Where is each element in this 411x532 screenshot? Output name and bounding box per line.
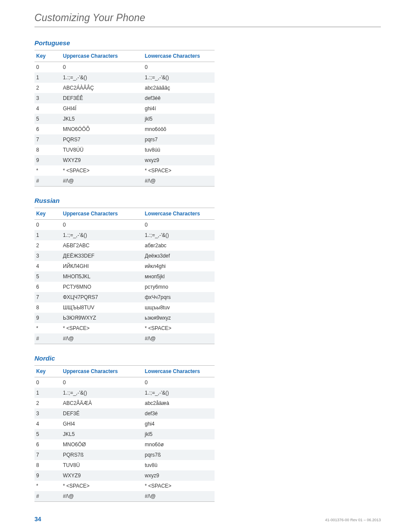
cell-key: 5: [34, 429, 61, 439]
cell-uppercase: #/\@: [61, 176, 143, 187]
cell-lowercase: * <SPACE>: [143, 165, 215, 176]
cell-lowercase: abc2áàãâç: [143, 83, 215, 93]
cell-lowercase: ийкл4ghi: [143, 261, 215, 271]
table-row: 9WXYZ9wxyz9: [34, 155, 215, 165]
page-title: Customizing Your Phone: [34, 12, 381, 27]
cell-uppercase: МНОП5JKL: [61, 271, 143, 282]
cell-lowercase: 1.:;=_,-'&(): [143, 230, 215, 240]
cell-lowercase: ghi4í: [143, 103, 215, 114]
cell-lowercase: #/\@: [143, 333, 215, 344]
cell-key: 9: [34, 313, 61, 323]
cell-uppercase: АБВГ2ABC: [61, 240, 143, 251]
table-row: 3ДЕЁЖЗ3DEFДеёжз3def: [34, 251, 215, 261]
cell-uppercase: 0: [61, 220, 143, 230]
table-row: 8TUV8Ütuv8ü: [34, 460, 215, 470]
cell-lowercase: pqrs7ß: [143, 450, 215, 460]
cell-uppercase: MNO6ÓÔÕ: [61, 124, 143, 134]
cell-lowercase: wxyz9: [143, 470, 215, 481]
section-heading: Russian: [34, 197, 381, 204]
table-row: ##/\@#/\@: [34, 333, 215, 344]
cell-lowercase: абвг2abc: [143, 240, 215, 251]
cell-key: 7: [34, 292, 61, 302]
col-header-uppercase: Uppercase Characters: [61, 366, 143, 377]
cell-uppercase: PQRS7: [61, 134, 143, 145]
cell-key: #: [34, 491, 61, 502]
table-row: ** <SPACE>* <SPACE>: [34, 481, 215, 491]
table-row: 11.:;=_,-'&()1.:;=_,-'&(): [34, 72, 215, 83]
cell-lowercase: jkl5: [143, 114, 215, 124]
character-table: KeyUppercase CharactersLowercase Charact…: [34, 365, 215, 502]
table-row: 9ЬЗЮЯ9WXYZьзюя9wxyz: [34, 313, 215, 323]
cell-lowercase: def3é: [143, 408, 215, 419]
cell-key: 3: [34, 93, 61, 103]
cell-key: 3: [34, 251, 61, 261]
table-row: 2ABC2ÁÀÃÂÇabc2áàãâç: [34, 83, 215, 93]
cell-uppercase: PQRS7ß: [61, 450, 143, 460]
table-row: 6РСТУ6MNOрсту6mno: [34, 282, 215, 292]
cell-key: 6: [34, 124, 61, 134]
cell-lowercase: abc2åäæà: [143, 398, 215, 408]
table-row: 8TUV8ÚÜtuv8úü: [34, 145, 215, 155]
cell-key: 9: [34, 155, 61, 165]
cell-key: 1: [34, 230, 61, 240]
cell-lowercase: tuv8úü: [143, 145, 215, 155]
cell-lowercase: фхЧч7pqrs: [143, 292, 215, 302]
col-header-key: Key: [34, 208, 61, 220]
cell-key: 0: [34, 62, 61, 73]
cell-uppercase: ШЩЪЫ8TUV: [61, 302, 143, 313]
cell-uppercase: * <SPACE>: [61, 165, 143, 176]
table-row: 4GHI4Íghi4í: [34, 103, 215, 114]
cell-lowercase: def3éê: [143, 93, 215, 103]
table-row: 5JKL5jkl5: [34, 429, 215, 439]
cell-lowercase: ьзюя9wxyz: [143, 313, 215, 323]
table-row: 2ABC2ÅÄÆÀabc2åäæà: [34, 398, 215, 408]
cell-key: 4: [34, 103, 61, 114]
cell-lowercase: 1.:;=_,-'&(): [143, 388, 215, 398]
cell-key: 5: [34, 271, 61, 282]
table-row: 000: [34, 377, 215, 388]
cell-key: 2: [34, 240, 61, 251]
table-row: 6MNO6ÖØmno6öø: [34, 439, 215, 450]
cell-lowercase: 0: [143, 377, 215, 388]
col-header-key: Key: [34, 366, 61, 377]
cell-key: 4: [34, 261, 61, 271]
table-header-row: KeyUppercase CharactersLowercase Charact…: [34, 50, 215, 62]
table-row: 7PQRS7ßpqrs7ß: [34, 450, 215, 460]
cell-key: 6: [34, 282, 61, 292]
table-row: 3DEF3Édef3é: [34, 408, 215, 419]
cell-uppercase: ЬЗЮЯ9WXYZ: [61, 313, 143, 323]
section-heading: Nordic: [34, 355, 381, 362]
cell-key: 4: [34, 419, 61, 429]
table-row: 3DEF3ÉÊdef3éê: [34, 93, 215, 103]
cell-lowercase: Деёжз3def: [143, 251, 215, 261]
col-header-uppercase: Uppercase Characters: [61, 208, 143, 220]
table-row: 8ШЩЪЫ8TUVшщъы8tuv: [34, 302, 215, 313]
cell-uppercase: 0: [61, 62, 143, 73]
cell-lowercase: 1.:;=_,-'&(): [143, 72, 215, 83]
cell-lowercase: mno6öø: [143, 439, 215, 450]
table-row: 7ФХЦЧ7PQRS7фхЧч7pqrs: [34, 292, 215, 302]
col-header-lowercase: Lowercase Characters: [143, 50, 215, 62]
cell-key: 8: [34, 460, 61, 470]
cell-key: 2: [34, 398, 61, 408]
col-header-lowercase: Lowercase Characters: [143, 208, 215, 220]
cell-lowercase: шщъы8tuv: [143, 302, 215, 313]
cell-lowercase: рсту6mno: [143, 282, 215, 292]
table-row: ** <SPACE>* <SPACE>: [34, 323, 215, 333]
cell-key: *: [34, 323, 61, 333]
cell-key: 7: [34, 450, 61, 460]
cell-key: 3: [34, 408, 61, 419]
cell-uppercase: 0: [61, 377, 143, 388]
cell-lowercase: wxyz9: [143, 155, 215, 165]
cell-lowercase: мноп5jkl: [143, 271, 215, 282]
cell-key: #: [34, 333, 61, 344]
page-footer: 34 41-001376-00 Rev 01 – 06.2013: [34, 516, 381, 523]
table-row: 7PQRS7pqrs7: [34, 134, 215, 145]
cell-uppercase: * <SPACE>: [61, 323, 143, 333]
table-header-row: KeyUppercase CharactersLowercase Charact…: [34, 366, 215, 377]
table-row: 4GHI4ghi4: [34, 419, 215, 429]
table-row: 5МНОП5JKLмноп5jkl: [34, 271, 215, 282]
table-row: ##/\@#/\@: [34, 176, 215, 187]
cell-lowercase: ghi4: [143, 419, 215, 429]
cell-uppercase: MNO6ÖØ: [61, 439, 143, 450]
